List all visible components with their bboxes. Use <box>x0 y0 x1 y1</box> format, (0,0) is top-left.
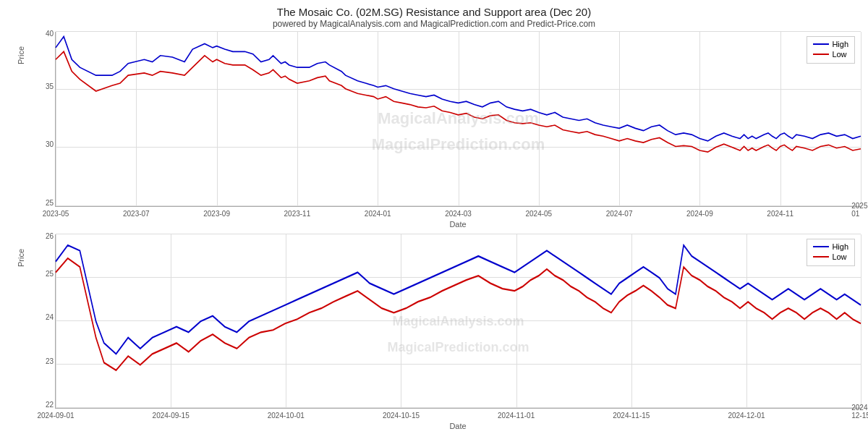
legend-low-label: Low <box>832 50 846 59</box>
top-chart-inner: MagicalAnalysis.com MagicalPrediction.co… <box>55 32 861 207</box>
y2-tick-26: 26 <box>46 232 54 240</box>
xtick2-4: 2024-11-01 <box>498 412 535 420</box>
high-line-top <box>56 37 861 141</box>
bottom-chart-svg <box>56 234 861 409</box>
grid-v-10 <box>861 32 861 206</box>
xtick2-5: 2024-11-15 <box>613 412 650 420</box>
xtick2-6: 2024-12-01 <box>728 412 765 420</box>
bottom-chart-area: Price 22 23 24 25 26 <box>7 234 861 409</box>
bottom-chart-inner: MagicalAnalysis.com MagicalPrediction.co… <box>55 234 861 409</box>
grid2-v-7 <box>861 234 861 409</box>
legend2-low: Low <box>813 252 848 261</box>
y-tick-30: 30 <box>46 140 54 148</box>
y2-tick-25: 25 <box>46 270 54 278</box>
legend2-high-label: High <box>832 242 848 251</box>
high-line-bottom <box>56 245 861 354</box>
charts-wrapper: Price 25 30 35 40 <box>7 32 861 430</box>
legend-low-line <box>813 54 829 55</box>
xtick2-0: 2024-09-01 <box>37 412 74 420</box>
xtick-1: 2023-07 <box>123 210 150 218</box>
legend2-high: High <box>813 242 848 251</box>
xtick2-1: 2024-09-15 <box>153 412 190 420</box>
xtick-3: 2023-11 <box>284 210 311 218</box>
top-chart-container: Price 25 30 35 40 <box>7 32 861 229</box>
bottom-chart-container: Price 22 23 24 25 26 <box>7 234 861 431</box>
legend-low: Low <box>813 50 848 59</box>
low-line-bottom <box>56 258 861 370</box>
chart-subtitle: powered by MagicalAnalysis.com and Magic… <box>7 19 861 29</box>
top-chart-area: Price 25 30 35 40 <box>7 32 861 207</box>
xtick-2: 2023-09 <box>203 210 230 218</box>
bottom-y-axis-label: Price <box>14 234 27 267</box>
legend2-low-line <box>813 256 829 258</box>
chart-title: The Mosaic Co. (02M.SG) Resistance and S… <box>7 6 861 18</box>
xtick-7: 2024-07 <box>606 210 633 218</box>
legend-high-label: High <box>832 40 848 48</box>
xtick-6: 2024-05 <box>525 210 552 218</box>
xtick-8: 2024-09 <box>686 210 713 218</box>
top-chart-svg <box>56 32 861 206</box>
xtick-9: 2024-11 <box>767 210 793 218</box>
legend2-low-label: Low <box>832 252 846 261</box>
low-line-top <box>56 51 861 152</box>
y-tick-25: 25 <box>46 199 54 207</box>
top-y-axis-label: Price <box>14 32 27 64</box>
xtick2-2: 2024-10-01 <box>268 412 305 420</box>
y2-tick-22: 22 <box>46 401 54 409</box>
y-tick-35: 35 <box>46 82 54 90</box>
legend2-high-line <box>813 246 829 247</box>
xtick-5: 2024-03 <box>445 210 472 218</box>
xtick2-3: 2024-10-15 <box>383 412 420 420</box>
y2-tick-23: 23 <box>46 357 54 365</box>
main-container: The Mosaic Co. (02M.SG) Resistance and S… <box>0 0 868 434</box>
y-tick-40: 40 <box>46 30 54 38</box>
top-chart-legend: High Low <box>807 36 855 64</box>
xtick-0: 2023-05 <box>43 210 69 218</box>
legend-high: High <box>813 40 848 48</box>
bottom-chart-legend: High Low <box>807 239 855 266</box>
xtick-4: 2024-01 <box>365 210 391 218</box>
legend-high-line <box>813 43 829 45</box>
y2-tick-24: 24 <box>46 313 54 321</box>
